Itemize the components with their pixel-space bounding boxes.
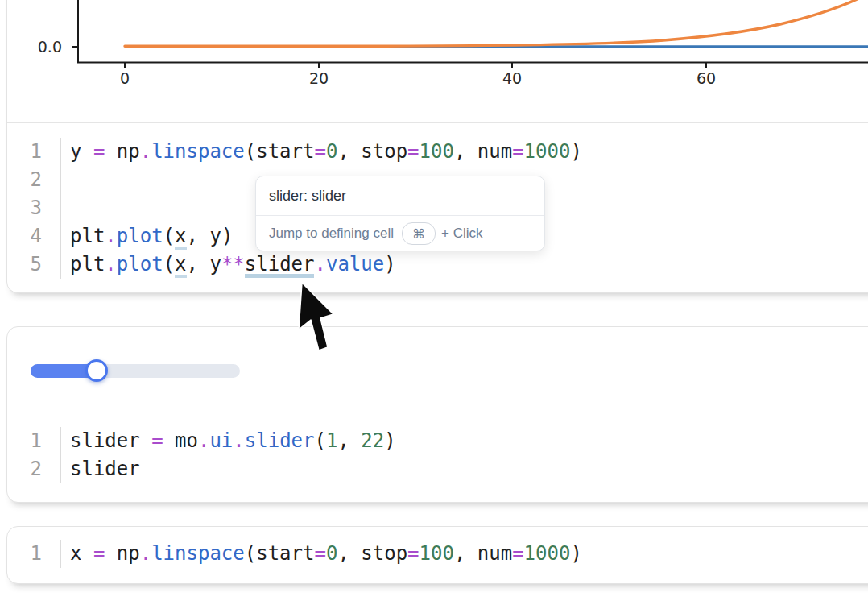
x-tick-label: 60 <box>696 69 716 87</box>
line-number: 1 <box>7 138 61 166</box>
tooltip-click-hint: + Click <box>441 226 482 242</box>
notebook-page: 0.0 0 20 40 60 1y = np.linspace(start=0,… <box>0 0 868 601</box>
code-line[interactable]: 1y = np.linspace(start=0, stop=100, num=… <box>7 138 868 166</box>
reactive-variable-ref[interactable]: x <box>175 225 186 250</box>
x-tick-label: 40 <box>502 69 522 87</box>
matplotlib-figure: 0.0 0 20 40 60 <box>7 0 868 122</box>
x-tick-label: 20 <box>309 69 329 87</box>
tooltip-title: slider: slider <box>256 176 544 216</box>
code-editor-slider-cell[interactable]: 1slider = mo.ui.slider(1, 22)2slider <box>7 412 868 483</box>
slider-thumb[interactable] <box>85 359 108 382</box>
code-editor-x-cell[interactable]: 1x = np.linspace(start=0, stop=100, num=… <box>7 526 868 568</box>
code-line[interactable]: 1x = np.linspace(start=0, stop=100, num=… <box>7 540 868 568</box>
reactive-variable-ref[interactable]: slider <box>245 253 315 278</box>
command-key-icon: ⌘ <box>402 222 436 245</box>
line-number: 3 <box>7 194 61 222</box>
line-number: 5 <box>7 251 61 279</box>
x-tick-label: 0 <box>120 69 130 87</box>
jump-to-defining-cell-label[interactable]: Jump to defining cell <box>269 226 394 242</box>
code-line[interactable]: 2slider <box>7 455 868 483</box>
line-number: 2 <box>7 166 61 194</box>
y-tick-label: 0.0 <box>38 38 62 56</box>
line-number: 4 <box>7 222 61 251</box>
tooltip-action-row[interactable]: Jump to defining cell ⌘ + Click <box>256 216 544 251</box>
variable-tooltip: slider: slider Jump to defining cell ⌘ +… <box>255 176 545 251</box>
slider-track[interactable] <box>31 364 240 378</box>
line-number: 2 <box>7 455 61 483</box>
code-line[interactable]: 5plt.plot(x, y**slider.value) <box>7 251 868 279</box>
series-orange-curve <box>125 0 866 46</box>
line-number: 1 <box>7 540 61 568</box>
cursor-arrow-icon <box>294 281 337 355</box>
reactive-variable-ref[interactable]: x <box>175 253 186 278</box>
line-number: 1 <box>7 427 61 455</box>
code-line[interactable]: 1slider = mo.ui.slider(1, 22) <box>7 427 868 455</box>
